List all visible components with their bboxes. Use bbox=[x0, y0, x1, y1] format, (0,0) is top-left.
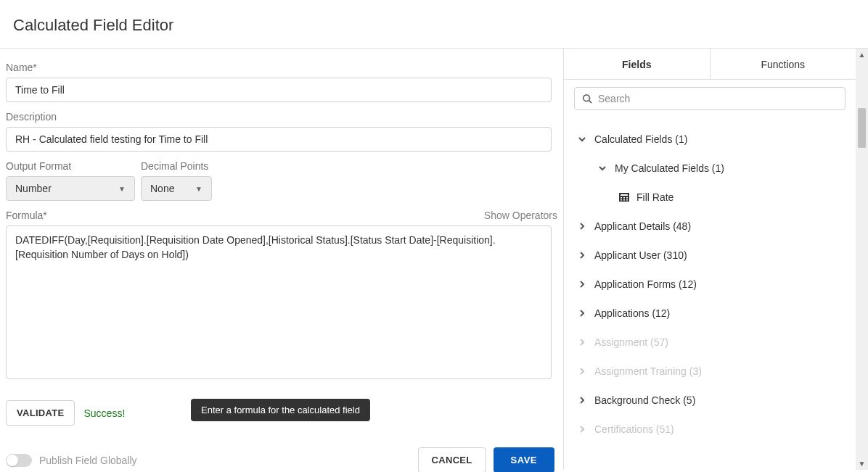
publish-globally-label: Publish Field Globally bbox=[39, 455, 137, 466]
tree-item[interactable]: My Calculated Fields (1) bbox=[568, 154, 851, 183]
chevron-right-icon bbox=[577, 222, 587, 231]
save-button[interactable]: SAVE bbox=[494, 447, 554, 472]
tree-item-label: Assignment (57) bbox=[594, 336, 668, 348]
page-title: Calculated Field Editor bbox=[13, 16, 855, 35]
tree-item-label: Applicant User (310) bbox=[594, 249, 687, 261]
search-box[interactable] bbox=[574, 87, 846, 110]
caret-down-icon: ▼ bbox=[195, 185, 202, 193]
name-input[interactable] bbox=[6, 78, 552, 102]
calculator-icon bbox=[619, 193, 629, 202]
tree-item-label: Applications (12) bbox=[594, 307, 670, 319]
svg-rect-3 bbox=[621, 194, 628, 196]
description-label: Description bbox=[6, 111, 557, 123]
tab-functions[interactable]: Functions bbox=[710, 49, 856, 80]
tree-item-label: Applicant Details (48) bbox=[594, 220, 691, 232]
validate-button[interactable]: VALIDATE bbox=[6, 400, 75, 426]
caret-down-icon: ▼ bbox=[118, 185, 126, 193]
scrollbar[interactable]: ▲ ▼ bbox=[856, 49, 868, 470]
formula-input[interactable] bbox=[6, 225, 552, 379]
tree-item[interactable]: Applicant Details (48) bbox=[568, 212, 851, 241]
tree-item-label: Application Forms (12) bbox=[594, 278, 697, 290]
tree-item-label: Background Check (5) bbox=[594, 394, 695, 406]
svg-rect-5 bbox=[623, 197, 625, 199]
chevron-down-icon bbox=[577, 135, 587, 144]
scroll-down-icon[interactable]: ▼ bbox=[856, 457, 868, 470]
chevron-right-icon bbox=[577, 309, 587, 318]
tree-item[interactable]: Background Check (5) bbox=[568, 386, 851, 415]
chevron-right-icon bbox=[577, 280, 587, 289]
output-format-select[interactable]: Number ▼ bbox=[6, 176, 135, 201]
output-format-value: Number bbox=[15, 183, 52, 194]
show-operators-link[interactable]: Show Operators bbox=[484, 210, 557, 221]
svg-rect-9 bbox=[626, 199, 628, 201]
cancel-button[interactable]: CANCEL bbox=[418, 447, 486, 472]
tree-item[interactable]: Fill Rate bbox=[568, 183, 851, 212]
search-input[interactable] bbox=[598, 93, 838, 104]
tree-item-label: Fill Rate bbox=[636, 191, 673, 203]
svg-rect-4 bbox=[621, 197, 622, 199]
tree-item[interactable]: Application Forms (12) bbox=[568, 270, 851, 299]
scrollbar-thumb[interactable] bbox=[858, 108, 866, 148]
tree-item[interactable]: Applications (12) bbox=[568, 299, 851, 328]
tab-fields[interactable]: Fields bbox=[564, 49, 710, 80]
output-format-label: Output Format bbox=[6, 160, 135, 172]
tree-item: Assignment Training (3) bbox=[568, 357, 851, 386]
chevron-right-icon bbox=[577, 251, 587, 260]
publish-globally-toggle[interactable] bbox=[6, 454, 32, 467]
svg-line-1 bbox=[589, 101, 592, 104]
scroll-up-icon[interactable]: ▲ bbox=[856, 49, 868, 61]
fields-tree: Calculated Fields (1)My Calculated Field… bbox=[564, 117, 856, 444]
chevron-right-icon bbox=[577, 367, 587, 376]
description-input[interactable] bbox=[6, 127, 552, 152]
name-label: Name* bbox=[6, 62, 557, 73]
decimal-points-select[interactable]: None ▼ bbox=[141, 176, 212, 201]
chevron-right-icon bbox=[577, 425, 587, 434]
svg-rect-6 bbox=[626, 197, 628, 199]
tree-item[interactable]: Applicant User (310) bbox=[568, 241, 851, 270]
tree-item-label: Assignment Training (3) bbox=[594, 365, 702, 377]
tree-item[interactable]: Calculated Fields (1) bbox=[568, 125, 851, 154]
formula-tooltip: Enter a formula for the calculated field bbox=[191, 399, 370, 421]
decimal-points-label: Decimal Points bbox=[141, 160, 212, 172]
tree-item-label: Calculated Fields (1) bbox=[594, 133, 687, 145]
tree-item-label: My Calculated Fields (1) bbox=[615, 162, 724, 174]
tree-item: Certifications (51) bbox=[568, 415, 851, 444]
decimal-points-value: None bbox=[150, 183, 174, 194]
tree-item: Assignment (57) bbox=[568, 328, 851, 357]
svg-rect-8 bbox=[623, 199, 625, 201]
chevron-down-icon bbox=[597, 164, 607, 173]
tree-item-label: Certifications (51) bbox=[594, 423, 674, 435]
toggle-knob bbox=[7, 455, 18, 466]
svg-rect-7 bbox=[621, 199, 622, 201]
svg-point-0 bbox=[584, 95, 590, 102]
formula-label: Formula* bbox=[6, 210, 47, 221]
chevron-right-icon bbox=[577, 396, 587, 405]
search-icon bbox=[582, 94, 592, 104]
chevron-right-icon bbox=[577, 338, 587, 347]
validate-status: Success! bbox=[83, 407, 125, 419]
